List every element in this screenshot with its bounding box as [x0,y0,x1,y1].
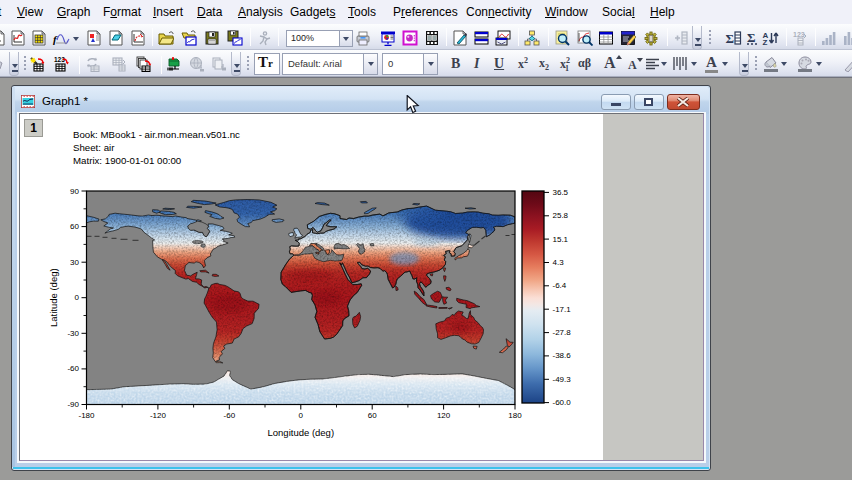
svg-text:Σ: Σ [726,31,735,46]
svg-text:123: 123 [793,31,805,38]
svg-text:Z: Z [763,38,768,46]
svg-text:Σ: Σ [747,30,756,45]
